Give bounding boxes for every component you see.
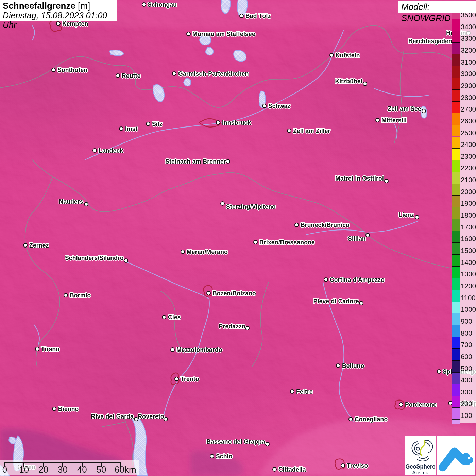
city-label: Schwaz <box>268 103 290 110</box>
city-dot <box>52 407 56 411</box>
city-dot <box>341 463 345 468</box>
city-label: Nauders <box>59 198 83 205</box>
city-dot <box>124 258 128 263</box>
legend-tick-label: 300 <box>461 388 476 396</box>
city-dot <box>172 71 176 76</box>
legend-tick-label: 1700 <box>461 223 476 231</box>
legend-segment <box>452 101 460 113</box>
partner-logo-box <box>437 436 475 475</box>
legend-segment <box>452 78 460 89</box>
legend-segment <box>452 348 460 360</box>
city-dot <box>181 250 185 254</box>
city-dot <box>363 82 367 86</box>
city-dot <box>265 442 270 446</box>
legend-tick-label: 1200 <box>461 282 476 290</box>
mountain-cloud-logo-icon <box>437 436 475 475</box>
city-label: Pordenone <box>405 401 437 408</box>
legend-segment <box>452 184 460 196</box>
city-label: Sillian <box>348 235 366 242</box>
legend-segment <box>452 313 460 325</box>
city-dot <box>220 201 225 206</box>
legend-tick-label: 700 <box>461 341 476 348</box>
city-dot <box>359 301 363 305</box>
legend-tick-label: 3400 <box>461 23 476 31</box>
city-label: Bassano del Grappa <box>206 438 265 445</box>
city-dot <box>294 223 299 227</box>
city-label: Lienz <box>398 211 414 219</box>
legend-tick-label: 800 <box>461 329 476 337</box>
scalebar-label: 10 <box>19 464 29 475</box>
legend-segment <box>452 113 460 125</box>
city-dot <box>336 363 340 368</box>
legend-tick-label: 900 <box>461 318 476 325</box>
city-dot <box>226 159 230 164</box>
city-dot <box>348 417 353 421</box>
scalebar-label: 40 <box>77 464 87 475</box>
legend-segment <box>452 231 460 243</box>
city-label: Mittersill <box>381 117 407 124</box>
city-label: Kufstein <box>336 52 360 59</box>
city-dot <box>216 120 220 125</box>
city-dot <box>210 454 214 458</box>
scalebar-label: 50 <box>97 464 106 475</box>
legend-segment <box>452 137 460 149</box>
legend-segment <box>452 254 460 266</box>
legend-tick-label: 1300 <box>461 270 476 278</box>
city-label: Trento <box>181 376 199 383</box>
legend-tick-label: 2600 <box>461 117 476 125</box>
geosphere-logo-icon <box>407 437 434 462</box>
scalebar-label: 60km <box>115 464 136 475</box>
legend-tick-label: 2800 <box>461 94 476 101</box>
legend-segment <box>452 372 460 384</box>
city-dot <box>239 14 244 18</box>
city-label: Cles <box>168 314 181 321</box>
city-label: Bozen/Bolzano <box>213 290 256 297</box>
city-label: Rovereto <box>138 413 164 420</box>
city-dot <box>23 243 28 248</box>
legend-segment <box>452 19 460 31</box>
legend-tick-label: 1600 <box>461 235 476 242</box>
legend-tick-label: 1900 <box>461 200 476 207</box>
legend-tick-label: 200 <box>461 400 476 407</box>
legend-segment <box>452 396 460 408</box>
city-label: Bormio <box>70 292 91 299</box>
city-label: Cortina d'Ampezzo <box>330 276 385 284</box>
legend-tick-label: 2300 <box>461 153 476 160</box>
legend-segment <box>452 66 460 78</box>
city-dot <box>162 315 166 319</box>
legend-segment <box>452 148 460 160</box>
city-label: Innsbruck <box>222 119 251 126</box>
city-label: Schio <box>216 453 233 460</box>
legend-tick-label: 600 <box>461 353 476 360</box>
city-dot <box>366 233 370 237</box>
city-label: Silz <box>152 121 163 128</box>
legend-segment <box>452 31 460 42</box>
weather-map-root: SchongauBad TölzKemptenMurnau am Staffel… <box>0 0 476 476</box>
city-label: Cittadella <box>278 466 306 473</box>
city-label: Schlanders/Silandro <box>65 255 124 262</box>
city-dot <box>64 293 68 298</box>
city-label: Matrei in Osttirol <box>335 175 384 182</box>
city-label: Sterzing/Vipiteno <box>226 203 276 210</box>
city-dot <box>262 104 267 108</box>
city-dot <box>84 202 88 206</box>
legend-segment <box>452 54 460 66</box>
city-label: Brixen/Bressanone <box>259 239 315 246</box>
legend-tick-label: 2500 <box>461 129 476 137</box>
legend-tick-label: 1500 <box>461 247 476 254</box>
legend-segment <box>452 337 460 349</box>
legend-tick-label: 2900 <box>461 82 476 89</box>
legend-segment <box>452 160 460 172</box>
geosphere-name: GeoSphere <box>405 464 436 470</box>
legend-segment <box>452 13 460 19</box>
city-dot <box>290 389 294 394</box>
legend-tick-label: 2700 <box>461 105 476 113</box>
city-label: Reutte <box>122 72 141 80</box>
city-dot <box>142 2 146 7</box>
city-label: Mezzolombardo <box>176 346 222 354</box>
legend-segment <box>452 360 460 372</box>
title-unit: [m] <box>78 1 90 11</box>
city-dot <box>422 109 426 113</box>
legend-segment <box>452 219 460 231</box>
legend-tick-label: 2400 <box>461 141 476 148</box>
